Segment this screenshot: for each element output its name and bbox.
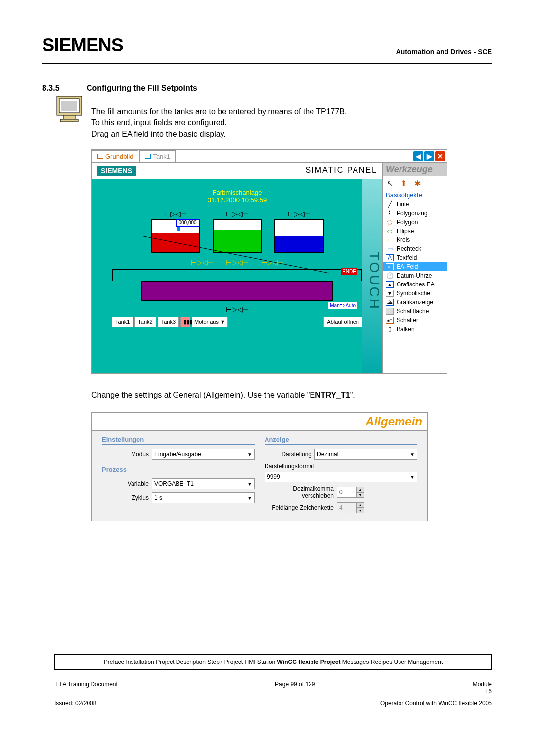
spinner-down[interactable]: ▼ bbox=[356, 492, 364, 498]
footer-nav: Preface Installation Project Description… bbox=[54, 654, 492, 670]
darstellung-label: Darstellung bbox=[265, 451, 312, 458]
ellipse-icon: ⬭ bbox=[386, 228, 394, 235]
screen-icon bbox=[97, 154, 103, 159]
plant-title: Farbmischanlage bbox=[102, 189, 372, 196]
button-icon bbox=[386, 308, 394, 315]
footer-issued: Issued: 02/2008 bbox=[54, 700, 96, 707]
spinner-up[interactable]: ▲ bbox=[356, 502, 364, 508]
footer-module-code: F6 bbox=[485, 688, 492, 695]
instruction-text: Change the settings at General (Allgemei… bbox=[91, 391, 492, 400]
valve-icon: ⊢▷◁⊣ bbox=[164, 210, 187, 218]
section-heading: 8.3.5Configuring the Fill Setpoints bbox=[42, 84, 492, 93]
tab-grundbild[interactable]: Grundbild bbox=[92, 150, 138, 162]
tool-schaltflaeche[interactable]: Schaltfläche bbox=[383, 307, 447, 316]
tank-2: ⊢▷◁⊣ bbox=[213, 209, 262, 253]
mixing-tank bbox=[141, 281, 333, 301]
chevron-down-icon: ▼ bbox=[247, 452, 252, 457]
modus-label: Modus bbox=[102, 451, 149, 458]
ea-field-input[interactable]: 000,000 bbox=[176, 219, 200, 227]
valve-icon: ⊢▷◁⊣ bbox=[226, 210, 249, 218]
tool-rechteck[interactable]: ▭Rechteck bbox=[383, 244, 447, 253]
dezimal-input[interactable]: 0 bbox=[337, 487, 356, 498]
tool-linie[interactable]: ╱Linie bbox=[383, 200, 447, 209]
rectangle-icon: ▭ bbox=[386, 245, 394, 252]
spinner-down[interactable]: ▼ bbox=[356, 508, 364, 513]
wincc-editor-window: Grundbild Tank1 ◀ ▶ ✕ SIEMENS SIMATIC PA… bbox=[91, 149, 447, 374]
format-select[interactable]: 9999▼ bbox=[265, 472, 417, 482]
touch-label: TOUCH bbox=[362, 179, 382, 373]
graphic-display-icon: ⛰ bbox=[386, 299, 394, 306]
tank-3: ⊢▷◁⊣ bbox=[274, 209, 324, 253]
footer-subtitle: Operator Control with WinCC flexible 200… bbox=[380, 700, 492, 707]
valve-icon: ⊢▷◁⊣ bbox=[288, 210, 311, 218]
polygon-icon: ⬠ bbox=[386, 219, 394, 226]
tool-symbolische[interactable]: ▾Symbolische: bbox=[383, 289, 447, 298]
screen-icon bbox=[145, 154, 151, 159]
tool-datum-uhrzeit[interactable]: 🕐Datum-Uhrze bbox=[383, 271, 447, 280]
datetime-icon: 🕐 bbox=[386, 272, 394, 279]
anzeige-section: Anzeige bbox=[265, 436, 417, 445]
settings-icon[interactable]: ✱ bbox=[412, 178, 422, 188]
polyline-icon: ⌇ bbox=[386, 210, 394, 217]
tool-textfeld[interactable]: ATextfeld bbox=[383, 253, 447, 262]
bar-icon: ▯ bbox=[386, 326, 394, 332]
graphic-io-icon: ▴ bbox=[386, 281, 394, 288]
format-label: Darstellungsformat bbox=[265, 463, 417, 470]
nav-prev-button[interactable]: ◀ bbox=[413, 151, 423, 161]
tool-grafisches-ea[interactable]: ▴Grafisches EA bbox=[383, 280, 447, 289]
tool-schalter[interactable]: ■TSchalter bbox=[383, 316, 447, 325]
ende-label: ENDE bbox=[341, 268, 357, 275]
nav-next-button[interactable]: ▶ bbox=[424, 151, 434, 161]
dezimal-label: Dezimalkomma verschieben bbox=[265, 485, 334, 499]
tools-title: Werkzeuge bbox=[383, 163, 447, 176]
valve-icon: ⊢▷◁⊣ bbox=[226, 305, 249, 313]
simatic-panel-label: SIMATIC PANEL bbox=[306, 166, 377, 176]
man-auto-button[interactable]: Man=>Auto bbox=[328, 302, 357, 309]
tool-icon[interactable]: ⬆ bbox=[399, 178, 408, 188]
darstellung-select[interactable]: Dezimal▼ bbox=[314, 449, 417, 460]
tool-balken[interactable]: ▯Balken bbox=[383, 325, 447, 333]
svg-rect-2 bbox=[61, 101, 77, 111]
hmi-canvas[interactable]: TOUCH Farbmischanlage 31.12.2000 10:59:5… bbox=[92, 179, 382, 373]
properties-title: Allgemein bbox=[365, 415, 422, 428]
line-icon: ╱ bbox=[386, 201, 394, 208]
valve-icon: ⊢▷◁⊣ bbox=[191, 258, 214, 266]
close-button[interactable]: ✕ bbox=[435, 151, 445, 161]
tool-grafikanzeige[interactable]: ⛰Grafikanzeige bbox=[383, 298, 447, 307]
tools-panel: Werkzeuge ↖ ⬆ ✱ Basisobjekte ╱Linie ⌇Pol… bbox=[383, 163, 447, 373]
zyklus-label: Zyklus bbox=[102, 494, 149, 501]
tank-1: ⊢▷◁⊣ 000,000 bbox=[151, 209, 200, 253]
tool-ea-feld[interactable]: aIEA-Feld bbox=[383, 262, 447, 271]
motor-select[interactable]: Motor aus ▼ bbox=[192, 317, 228, 327]
zyklus-select[interactable]: 1 s▼ bbox=[152, 492, 255, 503]
intro-line-1: The fill amounts for the tanks are to be… bbox=[91, 106, 492, 117]
tool-polygonzug[interactable]: ⌇Polygonzug bbox=[383, 209, 447, 218]
feldlange-label: Feldlänge Zeichenkette bbox=[265, 504, 334, 511]
plant-datetime: 31.12.2000 10:59:59 bbox=[102, 196, 372, 204]
symbolic-icon: ▾ bbox=[386, 290, 394, 297]
svg-rect-4 bbox=[60, 119, 78, 122]
prozess-section: Prozess bbox=[102, 466, 255, 474]
ablauf-button[interactable]: Ablauf öffnen bbox=[323, 317, 362, 327]
modus-select[interactable]: Eingabe/Ausgabe▼ bbox=[152, 449, 255, 460]
tank1-button[interactable]: Tank1 bbox=[112, 317, 133, 327]
tank2-button[interactable]: Tank2 bbox=[134, 317, 156, 327]
spinner-up[interactable]: ▲ bbox=[356, 487, 364, 492]
variable-select[interactable]: VORGABE_T1▼ bbox=[152, 478, 255, 489]
variable-label: Variable bbox=[102, 480, 149, 487]
tool-ellipse[interactable]: ⬭Ellipse bbox=[383, 227, 447, 236]
feldlange-input: 4 bbox=[337, 502, 356, 513]
chevron-down-icon: ▼ bbox=[247, 495, 252, 501]
selection-handle[interactable] bbox=[177, 227, 180, 231]
pointer-icon[interactable]: ↖ bbox=[385, 178, 395, 188]
tool-polygon[interactable]: ⬠Polygon bbox=[383, 218, 447, 227]
textfield-icon: A bbox=[386, 254, 394, 261]
circle-icon: ○ bbox=[386, 236, 394, 243]
basic-objects-section[interactable]: Basisobjekte bbox=[383, 190, 447, 200]
siemens-bar-logo: SIEMENS bbox=[97, 166, 136, 176]
tank3-button[interactable]: Tank3 bbox=[158, 317, 179, 327]
tool-kreis[interactable]: ○Kreis bbox=[383, 236, 447, 244]
einstellungen-section: Einstellungen bbox=[102, 436, 255, 445]
monitor-icon bbox=[54, 94, 84, 124]
tab-tank1[interactable]: Tank1 bbox=[139, 150, 176, 162]
